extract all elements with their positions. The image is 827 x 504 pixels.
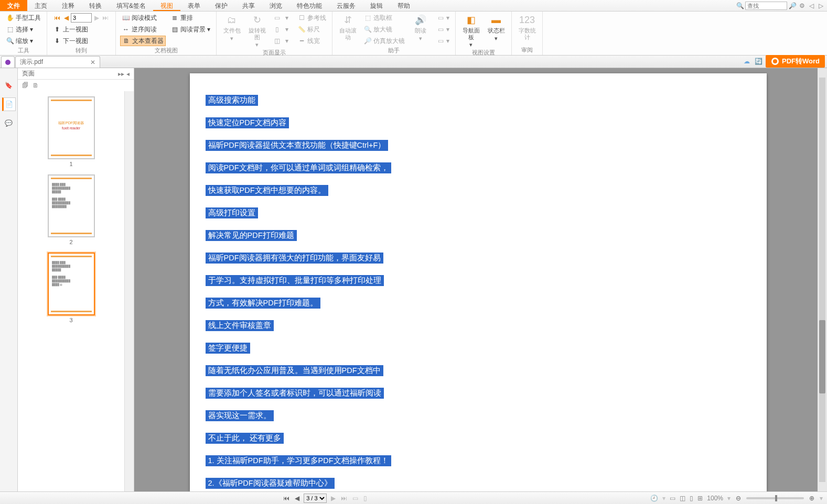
menu-tab-fillsign[interactable]: 填写&签名 xyxy=(109,0,153,11)
layout-facing-button[interactable]: ◫▾ xyxy=(271,36,293,46)
thumbnail[interactable]: 福昕PDF阅读器foxit reader1 xyxy=(18,96,124,167)
menu-tab-view[interactable]: 视图 xyxy=(153,0,180,11)
group-docview: 📖阅读模式 ↔逆序阅读 🗎文本查看器 ≣重排 ▤阅读背景 ▾ . 文档视图 xyxy=(116,12,217,55)
page-content[interactable]: 高级搜索功能 快速定位PDF文档内容 福昕PDF阅读器提供文本查找功能（快捷键C… xyxy=(190,73,767,491)
reflow-button[interactable]: ≣重排 xyxy=(169,13,212,23)
select-tool-button[interactable]: ⬚选择 ▾ xyxy=(4,24,42,35)
readaloud-button[interactable]: 🔊朗读▾ xyxy=(410,13,432,41)
book-icon: 📖 xyxy=(122,14,130,22)
nav-panel-button[interactable]: ◧导航面板▾ xyxy=(460,13,482,48)
last-page-button[interactable]: ⏭ xyxy=(101,14,110,22)
view1-icon[interactable]: ▭ xyxy=(670,495,675,502)
thumb-tool2-icon[interactable]: 🗎 xyxy=(33,82,39,89)
collapse-icon[interactable]: ▸▸ xyxy=(118,70,124,78)
quick-search-icon[interactable]: 🔍 xyxy=(736,2,744,10)
collapse-left-icon[interactable]: ◁ xyxy=(807,2,815,10)
nav-scrollbar[interactable] xyxy=(124,91,134,491)
page-single-icon: ▭ xyxy=(273,14,281,22)
rotate-view-button[interactable]: ↻旋转视图▾ xyxy=(246,13,268,48)
status-last-button[interactable]: ⏭ xyxy=(340,495,348,502)
next-view-button[interactable]: ⬇下一视图 xyxy=(51,36,111,46)
text-viewer-button[interactable]: 🗎文本查看器 xyxy=(120,36,166,46)
pdf-to-word-button[interactable]: PDF转Word xyxy=(766,55,825,68)
layout-single-button[interactable]: ▭▾ xyxy=(271,13,293,23)
comments-tab[interactable]: 💬 xyxy=(2,116,16,130)
zoom-in-button[interactable]: ⊕ xyxy=(808,495,815,502)
assist-opt3-button[interactable]: ▭▾ xyxy=(435,36,451,46)
view4-icon[interactable]: ⊞ xyxy=(697,495,703,502)
wordcount-icon: 123 xyxy=(521,14,533,26)
menu-tab-convert[interactable]: 转换 xyxy=(82,0,109,11)
document-tab[interactable]: 演示.pdf ✕ xyxy=(15,56,100,68)
assist-opt1-button[interactable]: ▭▾ xyxy=(435,13,451,23)
status-layout1-button[interactable]: ▭ xyxy=(351,495,359,502)
next-page-button[interactable]: ▶ xyxy=(92,14,101,22)
linewidth-button[interactable]: ━线宽 xyxy=(296,36,328,46)
close-panel-icon[interactable]: ◂ xyxy=(126,70,130,78)
history-icon[interactable]: 🕘 xyxy=(650,495,658,502)
thumbnail[interactable]: ████ █████████████████████ █████████████… xyxy=(18,253,124,323)
sync-icon[interactable]: 🔄 xyxy=(754,57,762,65)
pages-tab[interactable]: 📄 xyxy=(2,97,16,111)
menu-tab-protect[interactable]: 保护 xyxy=(208,0,235,11)
menu-tab-comment[interactable]: 注释 xyxy=(55,0,82,11)
first-page-button[interactable]: ⏮ xyxy=(53,14,61,22)
zoom-tool-button[interactable]: 🔍缩放 ▾ xyxy=(4,36,42,46)
hand-tool-button[interactable]: ✋手型工具 xyxy=(4,13,42,23)
page-cont-icon: ▯ xyxy=(273,25,281,34)
viewer-scrollbar[interactable] xyxy=(818,68,827,491)
loupe2-icon: 🔎 xyxy=(363,37,372,45)
reverse-read-button[interactable]: ↔逆序阅读 xyxy=(120,24,166,35)
fake-loupe-button[interactable]: 🔎仿真放大镜 xyxy=(362,36,406,46)
guide-button[interactable]: ☐参考线 xyxy=(296,13,328,23)
word-count-button[interactable]: 123字数统计 xyxy=(516,13,538,40)
menu-tab-home[interactable]: 主页 xyxy=(27,0,55,11)
prev-view-button[interactable]: ⬆上一视图 xyxy=(51,24,111,35)
read-bg-button[interactable]: ▤阅读背景 ▾ xyxy=(169,24,212,35)
zoom-slider[interactable] xyxy=(746,497,804,499)
reverse-icon: ↔ xyxy=(122,25,130,34)
menu-tab-edit[interactable]: 旋辑 xyxy=(363,0,390,11)
group-tools: ✋手型工具 ⬚选择 ▾ 🔍缩放 ▾ 工具 xyxy=(0,12,47,55)
menu-tab-form[interactable]: 表单 xyxy=(180,0,208,11)
convert-icon xyxy=(771,57,779,65)
status-layout2-button[interactable]: ▯ xyxy=(362,495,368,502)
menu-tab-browse[interactable]: 浏览 xyxy=(262,0,289,11)
prev-page-button[interactable]: ◀ xyxy=(62,14,70,22)
chevron-down-icon: ▾ xyxy=(230,35,233,42)
menu-tab-cloud[interactable]: 云服务 xyxy=(329,0,363,11)
menu-tab-feature[interactable]: 特色功能 xyxy=(289,0,329,11)
close-tab-icon[interactable]: ✕ xyxy=(90,59,95,66)
bookmark-tab[interactable]: 🔖 xyxy=(2,79,16,92)
menu-tab-share[interactable]: 共享 xyxy=(235,0,262,11)
ruler-button[interactable]: 📏标尺 xyxy=(296,24,328,35)
app-icon-tab[interactable] xyxy=(1,56,15,68)
search-input[interactable] xyxy=(745,2,787,10)
text-icon: 🗎 xyxy=(122,37,131,45)
autoscroll-button[interactable]: ⇵自动滚动 xyxy=(337,13,359,40)
search-go-icon[interactable]: 🔎 xyxy=(788,2,797,10)
gear-icon[interactable]: ⚙ xyxy=(798,2,806,10)
status-next-button[interactable]: ▶ xyxy=(330,495,337,502)
assist-opt2-button[interactable]: ▭▾ xyxy=(435,24,451,35)
status-bar-button[interactable]: ▬状态栏▾ xyxy=(485,13,507,41)
view2-icon[interactable]: ◫ xyxy=(680,495,685,502)
menu-tab-file[interactable]: 文件 xyxy=(0,0,27,11)
thumb-tool1-icon[interactable]: 🗐 xyxy=(22,82,28,89)
status-prev-button[interactable]: ◀ xyxy=(294,495,300,502)
reading-mode-button[interactable]: 📖阅读模式 xyxy=(120,13,166,23)
loupe-button[interactable]: 🔍放大镜 xyxy=(362,24,406,35)
layout-cont-button[interactable]: ▯▾ xyxy=(271,24,293,35)
zoom-out-button[interactable]: ⊖ xyxy=(735,495,742,502)
collapse-right-icon[interactable]: ▷ xyxy=(817,2,825,10)
status-page-select[interactable]: 3 / 3 xyxy=(304,494,327,503)
page-number-input[interactable] xyxy=(71,13,92,23)
file-package-button[interactable]: 🗂文件包▾ xyxy=(221,13,243,41)
menu-tab-help[interactable]: 帮助 xyxy=(390,0,417,11)
status-first-button[interactable]: ⏮ xyxy=(282,495,291,502)
marquee-button[interactable]: ⬚选取框 xyxy=(362,13,406,23)
view3-icon[interactable]: ▯ xyxy=(690,495,693,502)
line-icon: ━ xyxy=(297,37,306,45)
cloud-icon[interactable]: ☁ xyxy=(743,57,751,65)
thumbnail[interactable]: ████ █████████████████████ █████████████… xyxy=(18,174,124,245)
